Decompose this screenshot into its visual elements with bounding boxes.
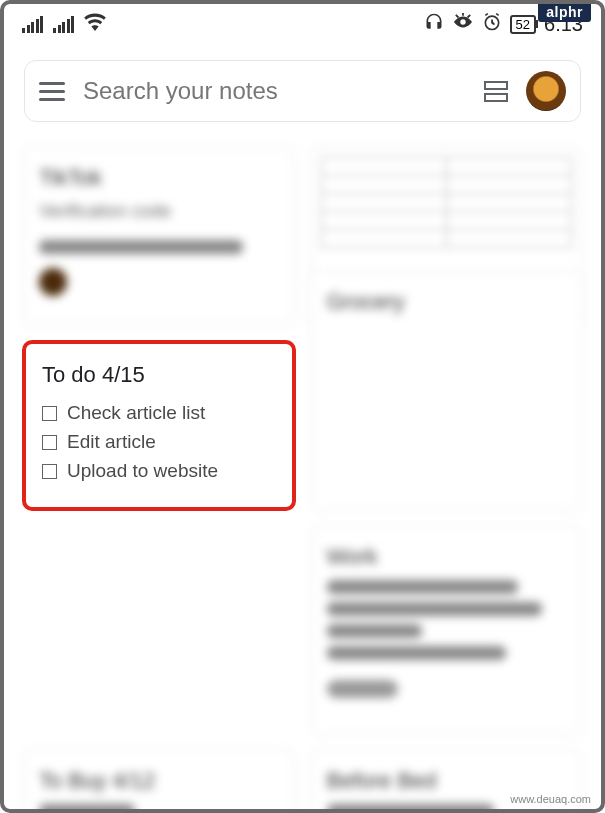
task-label: Check article list: [67, 402, 205, 424]
task-row[interactable]: Upload to website: [42, 460, 276, 482]
note-title: TikTok: [39, 165, 279, 191]
avatar[interactable]: [526, 71, 566, 111]
phone-frame: alphr 52 6:13 Search your notes TikTok V…: [0, 0, 605, 813]
task-label: Edit article: [67, 431, 156, 453]
task-row[interactable]: Edit article: [42, 431, 276, 453]
hamburger-icon[interactable]: [39, 82, 65, 101]
view-toggle-icon[interactable]: [484, 81, 508, 102]
task-row[interactable]: Check article list: [42, 402, 276, 424]
headset-icon: [424, 12, 444, 36]
signal-icon-2: [53, 16, 74, 33]
task-label: Upload to website: [67, 460, 218, 482]
eye-icon: [452, 13, 474, 35]
note-title: To Buy 4/12: [39, 768, 279, 794]
note-line: Verification code: [39, 201, 279, 222]
watermark-text: www.deuaq.com: [510, 793, 591, 805]
search-input[interactable]: Search your notes: [83, 77, 466, 105]
notes-grid: TikTok Verification code To do 4/15 Chec…: [4, 132, 601, 813]
battery-indicator: 52: [510, 15, 536, 34]
checkbox-icon[interactable]: [42, 435, 57, 450]
alarm-icon: [482, 12, 502, 36]
signal-icon-1: [22, 16, 43, 33]
note-card-blurred[interactable]: Grocery: [310, 270, 584, 511]
note-card-blurred[interactable]: Work: [310, 525, 584, 735]
note-title: To do 4/15: [42, 362, 276, 388]
status-bar: 52 6:13: [4, 4, 601, 44]
checkbox-icon[interactable]: [42, 406, 57, 421]
note-title: Work: [327, 544, 567, 570]
search-bar[interactable]: Search your notes: [24, 60, 581, 122]
note-card-blurred[interactable]: TikTok Verification code: [22, 146, 296, 326]
note-card-todo[interactable]: To do 4/15 Check article list Edit artic…: [22, 340, 296, 511]
table-icon: [321, 157, 573, 248]
note-card-blurred[interactable]: To Buy 4/12: [22, 749, 296, 813]
note-title: Before Bed: [327, 768, 567, 794]
wifi-icon: [84, 13, 106, 35]
note-title: Grocery: [327, 289, 567, 315]
checkbox-icon[interactable]: [42, 464, 57, 479]
alphr-badge: alphr: [538, 2, 591, 22]
